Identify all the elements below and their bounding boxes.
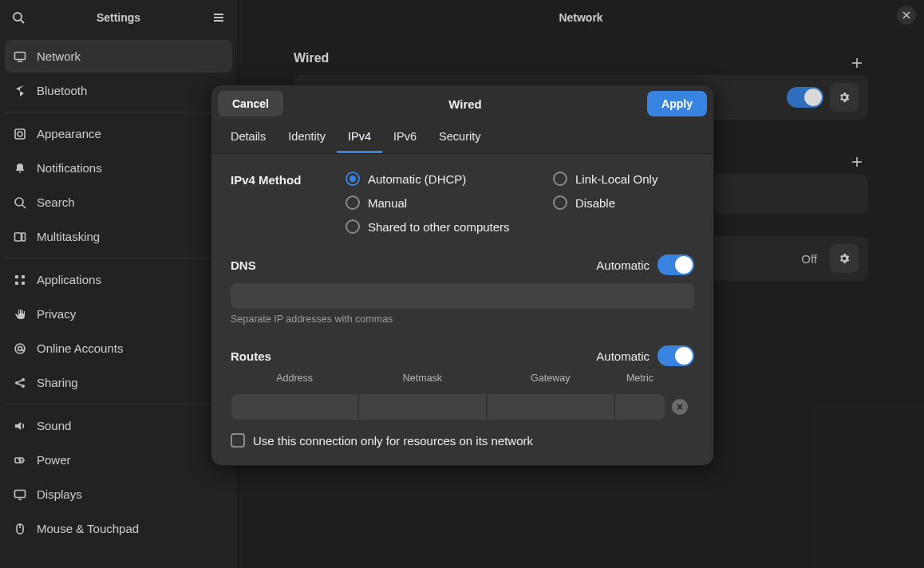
- tab-ipv4[interactable]: IPv4: [337, 122, 382, 153]
- routes-section: Routes Automatic Address Netmask Gateway…: [231, 345, 694, 448]
- radio-label: Shared to other computers: [368, 220, 510, 234]
- radio-label: Automatic (DHCP): [368, 172, 466, 186]
- route-address-input[interactable]: [231, 394, 357, 420]
- tab-security[interactable]: Security: [428, 122, 492, 153]
- dialog-body: IPv4 Method Automatic (DHCP)Link-Local O…: [211, 154, 713, 465]
- ipv4-method-auto[interactable]: Automatic (DHCP): [346, 172, 553, 186]
- route-gateway-input[interactable]: [488, 394, 614, 420]
- routes-row: [231, 393, 694, 420]
- ipv4-method-label: IPv4 Method: [231, 172, 346, 234]
- routes-col-netmask: Netmask: [358, 373, 486, 387]
- radio-icon: [346, 219, 360, 234]
- routes-title: Routes: [231, 349, 596, 363]
- dialog-title: Wired: [283, 97, 647, 111]
- dialog-tabs: DetailsIdentityIPv4IPv6Security: [211, 122, 713, 154]
- apply-button[interactable]: Apply: [647, 91, 707, 116]
- dns-auto-label: Automatic: [596, 258, 650, 272]
- radio-label: Link-Local Only: [575, 172, 657, 186]
- cancel-button[interactable]: Cancel: [218, 91, 283, 116]
- only-resources-label: Use this connection only for resources o…: [253, 434, 533, 448]
- routes-header: Address Netmask Gateway Metric: [231, 373, 694, 387]
- remove-icon: [676, 403, 684, 411]
- route-remove-button[interactable]: [665, 393, 694, 420]
- ipv4-method-options: Automatic (DHCP)Link-Local OnlyManualDis…: [346, 172, 694, 234]
- radio-label: Manual: [368, 196, 407, 210]
- tab-details[interactable]: Details: [219, 122, 277, 153]
- tab-identity[interactable]: Identity: [277, 122, 337, 153]
- route-metric-input[interactable]: [615, 394, 665, 420]
- routes-col-metric: Metric: [614, 373, 665, 387]
- dns-section: DNS Automatic Separate IP addresses with…: [231, 254, 694, 325]
- connection-dialog: Cancel Wired Apply DetailsIdentityIPv4IP…: [211, 85, 714, 466]
- radio-label: Disable: [575, 196, 615, 210]
- dns-hint: Separate IP addresses with commas: [231, 314, 694, 325]
- ipv4-method-disable[interactable]: Disable: [553, 195, 694, 210]
- routes-col-address: Address: [231, 373, 358, 387]
- dns-auto-toggle[interactable]: [657, 254, 694, 275]
- radio-icon: [346, 195, 360, 210]
- tab-ipv6[interactable]: IPv6: [382, 122, 428, 153]
- ipv4-method-shared[interactable]: Shared to other computers: [346, 219, 694, 234]
- only-resources-checkbox-row[interactable]: Use this connection only for resources o…: [231, 433, 694, 448]
- ipv4-method-row: IPv4 Method Automatic (DHCP)Link-Local O…: [231, 172, 694, 234]
- radio-icon: [346, 172, 360, 186]
- only-resources-checkbox[interactable]: [231, 433, 245, 448]
- dialog-header: Cancel Wired Apply: [211, 85, 713, 122]
- dns-title: DNS: [231, 258, 596, 272]
- routes-auto-toggle[interactable]: [657, 345, 694, 366]
- routes-col-gateway: Gateway: [487, 373, 614, 387]
- ipv4-method-manual[interactable]: Manual: [346, 195, 553, 210]
- routes-auto-label: Automatic: [596, 349, 650, 363]
- route-netmask-input[interactable]: [359, 394, 485, 420]
- ipv4-method-link-local[interactable]: Link-Local Only: [553, 172, 694, 186]
- radio-icon: [553, 195, 567, 210]
- radio-icon: [553, 172, 567, 186]
- dns-input[interactable]: [231, 283, 694, 309]
